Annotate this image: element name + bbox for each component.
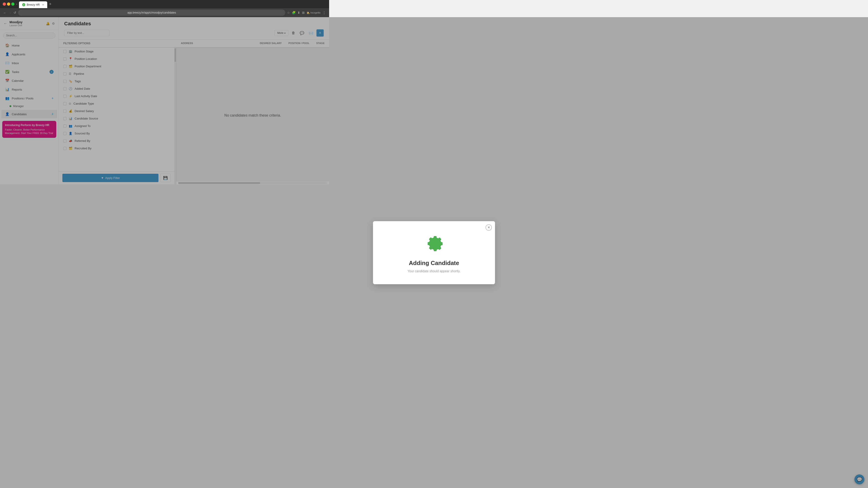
incognito-label: Incognito — [310, 11, 320, 14]
extensions-icon[interactable]: 🧩 — [292, 11, 296, 14]
tab-close-icon[interactable]: ✕ — [42, 3, 44, 6]
address-field[interactable]: app.breezy.hr/app/c/moodjoy/candidates — [18, 9, 285, 16]
browser-controls — [3, 2, 14, 6]
new-tab-btn[interactable]: + — [48, 2, 53, 6]
active-tab[interactable]: B Breezy HR ✕ — [19, 1, 47, 8]
prev-tab-btn[interactable]: ‹ — [16, 2, 17, 6]
tab-label: Breezy HR — [27, 3, 40, 6]
tab-favicon: B — [22, 3, 25, 6]
nav-refresh-btn[interactable]: ↺ — [13, 11, 16, 14]
address-bar: ← → ↺ app.breezy.hr/app/c/moodjoy/candid… — [0, 8, 329, 17]
bookmark-icon[interactable]: ☆ — [287, 11, 290, 14]
minimize-btn[interactable] — [7, 2, 10, 6]
incognito-icon[interactable]: 🕵️ Incognito — [307, 11, 320, 14]
browser-chrome: ‹ B Breezy HR ✕ + — [0, 0, 329, 8]
download-icon[interactable]: ⬇ — [298, 11, 300, 14]
split-screen-icon[interactable]: ⊞ — [302, 11, 305, 14]
nav-back-btn[interactable]: ← — [3, 11, 6, 15]
close-btn[interactable] — [3, 2, 6, 6]
modal-overlay: ✕ Adding Candidate Your candidate should… — [0, 17, 329, 184]
tab-bar: B Breezy HR ✕ + — [19, 0, 327, 8]
maximize-btn[interactable] — [11, 2, 14, 6]
menu-icon[interactable]: ⋮ — [322, 11, 326, 15]
nav-forward-btn[interactable]: → — [8, 11, 12, 15]
address-text: app.breezy.hr/app/c/moodjoy/candidates — [127, 11, 176, 14]
